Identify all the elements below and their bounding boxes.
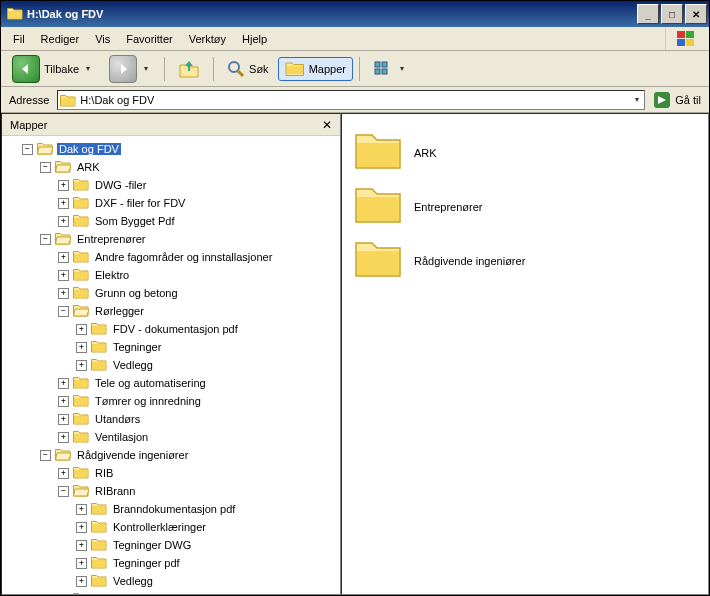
collapse-icon[interactable]: − — [40, 450, 51, 461]
expand-icon[interactable]: + — [58, 288, 69, 299]
tree-item-label[interactable]: RIE — [93, 593, 115, 594]
tree-item[interactable]: +Vedlegg — [2, 572, 340, 590]
expand-icon[interactable]: + — [58, 270, 69, 281]
expand-icon[interactable]: + — [76, 342, 87, 353]
tree-item[interactable]: +Vedlegg — [2, 356, 340, 374]
expand-icon[interactable]: + — [76, 558, 87, 569]
tree-item-label[interactable]: Som Bygget Pdf — [93, 215, 177, 227]
collapse-icon[interactable]: − — [40, 234, 51, 245]
tree-item-label[interactable]: Utandørs — [93, 413, 142, 425]
forward-dropdown-icon[interactable]: ▾ — [141, 64, 151, 73]
tree-item[interactable]: +Tele og automatisering — [2, 374, 340, 392]
tree-item-label[interactable]: Ventilasjon — [93, 431, 150, 443]
tree-item[interactable]: +Kontrollerklæringer — [2, 518, 340, 536]
menu-edit[interactable]: Rediger — [33, 30, 88, 48]
menu-favorites[interactable]: Favoritter — [118, 30, 180, 48]
expand-icon[interactable]: + — [58, 396, 69, 407]
address-dropdown-icon[interactable]: ▾ — [632, 95, 642, 104]
expand-icon[interactable]: + — [58, 180, 69, 191]
tree-item-label[interactable]: Andre fagområder og innstallasjoner — [93, 251, 274, 263]
tree-item-label[interactable]: Tømrer og innredning — [93, 395, 203, 407]
maximize-button[interactable]: □ — [661, 4, 683, 24]
expand-icon[interactable]: + — [58, 468, 69, 479]
address-input-wrapper[interactable]: ▾ — [57, 90, 645, 110]
forward-button[interactable]: ▾ — [102, 52, 158, 86]
back-button[interactable]: Tilbake ▾ — [5, 52, 100, 86]
tree-item-label[interactable]: Rådgivende ingeniører — [75, 449, 190, 461]
tree-item[interactable]: −Dak og FDV — [2, 140, 340, 158]
tree-item[interactable]: +Andre fagområder og innstallasjoner — [2, 248, 340, 266]
tree-item[interactable]: +DXF - filer for FDV — [2, 194, 340, 212]
expand-icon[interactable]: + — [58, 252, 69, 263]
tree-item-label[interactable]: Elektro — [93, 269, 131, 281]
folder-item[interactable]: ARK — [354, 126, 696, 180]
tree-item[interactable]: +Ventilasjon — [2, 428, 340, 446]
collapse-icon[interactable]: − — [58, 306, 69, 317]
tree-item-label[interactable]: DWG -filer — [93, 179, 148, 191]
tree-item[interactable]: +FDV - dokumentasjon pdf — [2, 320, 340, 338]
expand-icon[interactable]: + — [58, 216, 69, 227]
search-button[interactable]: Søk — [220, 57, 276, 81]
tree-item-label[interactable]: Tegninger pdf — [111, 557, 182, 569]
tree-item-label[interactable]: Tele og automatisering — [93, 377, 208, 389]
menu-tools[interactable]: Verktøy — [181, 30, 234, 48]
expand-icon[interactable]: + — [58, 198, 69, 209]
folder-tree[interactable]: −Dak og FDV−ARK+DWG -filer+DXF - filer f… — [2, 136, 340, 594]
menu-view[interactable]: Vis — [87, 30, 118, 48]
tree-item[interactable]: −ARK — [2, 158, 340, 176]
tree-item-label[interactable]: FDV - dokumentasjon pdf — [111, 323, 240, 335]
tree-item-label[interactable]: Dak og FDV — [57, 143, 121, 155]
expand-icon[interactable]: + — [76, 360, 87, 371]
tree-item-label[interactable]: Entreprenører — [75, 233, 147, 245]
tree-item[interactable]: +Som Bygget Pdf — [2, 212, 340, 230]
tree-item-label[interactable]: DXF - filer for FDV — [93, 197, 187, 209]
folders-pane-close-icon[interactable]: ✕ — [322, 118, 332, 132]
folders-button[interactable]: Mapper — [278, 57, 353, 81]
collapse-icon[interactable]: − — [58, 486, 69, 497]
tree-item-label[interactable]: Tegninger — [111, 341, 163, 353]
up-button[interactable] — [171, 55, 207, 83]
expand-icon[interactable]: + — [58, 378, 69, 389]
tree-item[interactable]: +Utandørs — [2, 410, 340, 428]
back-dropdown-icon[interactable]: ▾ — [83, 64, 93, 73]
collapse-icon[interactable]: − — [40, 162, 51, 173]
folder-item[interactable]: Entreprenører — [354, 180, 696, 234]
tree-item[interactable]: −Entreprenører — [2, 230, 340, 248]
tree-item[interactable]: +Branndokumentasjon pdf — [2, 500, 340, 518]
expand-icon[interactable]: + — [58, 594, 69, 595]
tree-item[interactable]: +Tegninger DWG — [2, 536, 340, 554]
tree-item[interactable]: +RIE — [2, 590, 340, 594]
tree-item[interactable]: +Tegninger pdf — [2, 554, 340, 572]
expand-icon[interactable]: + — [58, 414, 69, 425]
tree-item[interactable]: −RIBrann — [2, 482, 340, 500]
tree-item-label[interactable]: Vedlegg — [111, 575, 155, 587]
menu-help[interactable]: Hjelp — [234, 30, 275, 48]
expand-icon[interactable]: + — [76, 576, 87, 587]
go-button[interactable]: Gå til — [649, 89, 705, 111]
tree-item[interactable]: +Elektro — [2, 266, 340, 284]
tree-item-label[interactable]: Vedlegg — [111, 359, 155, 371]
collapse-icon[interactable]: − — [22, 144, 33, 155]
tree-item-label[interactable]: Grunn og betong — [93, 287, 180, 299]
tree-item-label[interactable]: Branndokumentasjon pdf — [111, 503, 237, 515]
expand-icon[interactable]: + — [76, 324, 87, 335]
tree-item[interactable]: −Rørlegger — [2, 302, 340, 320]
expand-icon[interactable]: + — [58, 432, 69, 443]
content-pane[interactable]: ARKEntreprenørerRådgivende ingeniører — [341, 113, 709, 595]
folder-item[interactable]: Rådgivende ingeniører — [354, 234, 696, 288]
tree-item-label[interactable]: ARK — [75, 161, 102, 173]
minimize-button[interactable]: _ — [637, 4, 659, 24]
menu-file[interactable]: Fil — [5, 30, 33, 48]
tree-item[interactable]: +DWG -filer — [2, 176, 340, 194]
tree-item-label[interactable]: Tegninger DWG — [111, 539, 193, 551]
expand-icon[interactable]: + — [76, 522, 87, 533]
expand-icon[interactable]: + — [76, 504, 87, 515]
tree-item[interactable]: +Tegninger — [2, 338, 340, 356]
tree-item-label[interactable]: Rørlegger — [93, 305, 146, 317]
tree-item[interactable]: −Rådgivende ingeniører — [2, 446, 340, 464]
tree-item[interactable]: +Grunn og betong — [2, 284, 340, 302]
tree-item-label[interactable]: Kontrollerklæringer — [111, 521, 208, 533]
expand-icon[interactable]: + — [76, 540, 87, 551]
tree-item-label[interactable]: RIBrann — [93, 485, 137, 497]
close-button[interactable]: ✕ — [685, 4, 707, 24]
